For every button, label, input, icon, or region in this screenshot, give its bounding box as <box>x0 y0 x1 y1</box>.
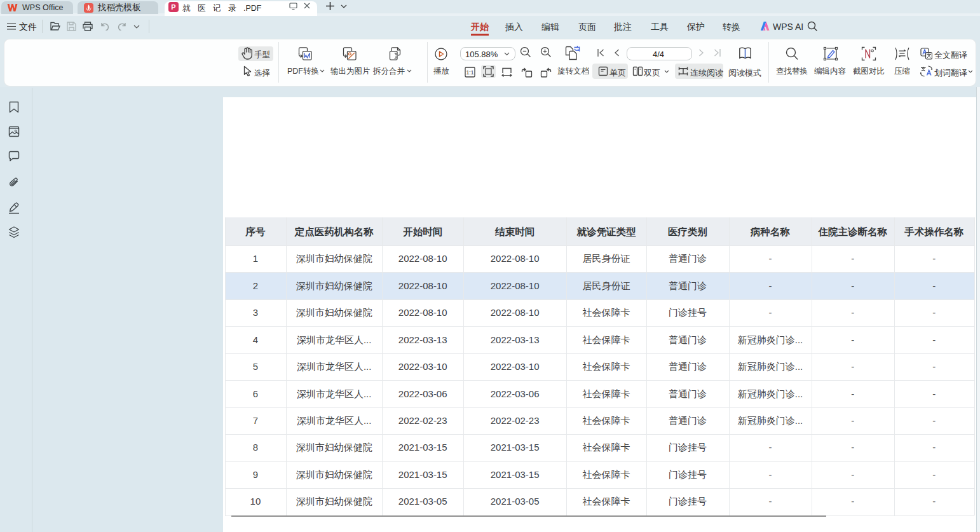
svg-text:1:1: 1:1 <box>466 69 474 76</box>
svg-text:P: P <box>171 3 175 11</box>
